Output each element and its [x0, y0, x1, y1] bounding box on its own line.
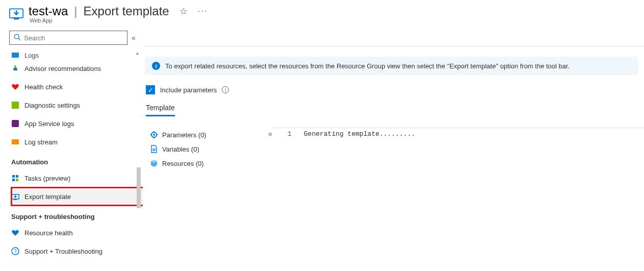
svg-rect-9	[12, 175, 15, 178]
sidebar-item-advisor[interactable]: Advisor recommendations	[9, 59, 143, 78]
resource-name: test-wa	[29, 4, 68, 18]
nav-label: Export template	[24, 193, 71, 201]
tree-item-resources[interactable]: Resources (0)	[150, 156, 268, 170]
svg-rect-11	[12, 179, 15, 181]
resource-health-icon	[11, 229, 19, 237]
tree-item-variables[interactable]: Variables (0)	[150, 142, 268, 156]
template-tree: Parameters (0) Variables (0) Resources (…	[143, 128, 268, 170]
tree-label: Parameters (0)	[162, 131, 207, 139]
svg-line-3	[18, 38, 20, 40]
nav-label: Diagnostic settings	[24, 102, 80, 109]
svg-point-2	[14, 34, 19, 39]
section-support: Support + troubleshooting	[9, 206, 143, 224]
nav-label: Log stream	[24, 138, 58, 146]
svg-rect-4	[12, 53, 19, 58]
nav-scroll: Logs Advisor recommendations Health chec…	[9, 50, 143, 264]
svg-rect-12	[16, 179, 18, 181]
checkbox-label: Include parameters	[160, 86, 217, 94]
tab-template[interactable]: Template	[146, 104, 175, 116]
tasks-icon	[11, 174, 19, 182]
favorite-star-icon[interactable]: ☆	[179, 6, 188, 17]
logs-icon	[11, 51, 19, 59]
line-number: 1	[272, 128, 298, 170]
collapse-sidebar-icon[interactable]: «	[132, 34, 136, 42]
help-info-icon[interactable]: i	[222, 86, 229, 93]
collapse-tree-icon[interactable]: «	[268, 130, 272, 170]
main-content: i To export related resources, select th…	[143, 27, 644, 269]
logstream-icon	[11, 138, 19, 146]
include-parameters-checkbox[interactable]: ✓	[146, 85, 155, 94]
tree-item-parameters[interactable]: Parameters (0)	[150, 128, 268, 142]
svg-rect-6	[12, 102, 19, 109]
nav-label: Resource health	[24, 229, 73, 237]
nav-label: Advisor recommendations	[24, 65, 101, 72]
nav-label: Tasks (preview)	[24, 175, 70, 182]
sidebar-item-resource-health[interactable]: Resource health	[9, 224, 143, 242]
diagnostic-icon	[11, 101, 19, 109]
title-divider: |	[74, 4, 77, 18]
code-line: Generating template.........	[298, 128, 415, 170]
webapp-icon	[9, 6, 23, 20]
more-actions-icon[interactable]: ···	[198, 7, 208, 16]
scroll-thumb[interactable]	[137, 167, 141, 208]
advisor-icon	[11, 64, 19, 72]
nav-label: Logs	[24, 52, 39, 59]
sidebar-item-support[interactable]: ? Support + Troubleshooting	[9, 242, 143, 260]
nav-label: Health check	[24, 83, 63, 91]
sidebar-item-export-template[interactable]: Export template	[9, 187, 143, 206]
info-icon: i	[152, 62, 160, 70]
svg-rect-7	[12, 120, 19, 127]
scroll-up-icon[interactable]: ▴	[136, 50, 139, 56]
svg-rect-8	[12, 139, 19, 144]
nav-label: Support + Troubleshooting	[24, 248, 102, 255]
info-text: To export related resources, select the …	[165, 62, 570, 70]
sidebar-item-appservice-logs[interactable]: App Service logs	[9, 114, 143, 133]
sidebar: « Logs Advisor recommendations Health ch…	[0, 27, 143, 269]
svg-rect-14	[14, 199, 17, 200]
sidebar-item-logstream[interactable]: Log stream	[9, 133, 143, 151]
parameters-icon	[150, 131, 158, 139]
page-title: Export template	[84, 4, 169, 18]
svg-point-18	[153, 134, 155, 136]
resource-type: Web App	[30, 17, 208, 23]
sidebar-item-logs[interactable]: Logs	[9, 50, 143, 59]
code-editor[interactable]: 1 Generating template.........	[272, 128, 644, 170]
page-header: test-wa | Export template ☆ ··· Web App	[0, 0, 644, 27]
svg-rect-1	[14, 18, 19, 20]
support-icon: ?	[11, 247, 19, 255]
tree-label: Resources (0)	[162, 160, 204, 167]
section-automation: Automation	[9, 151, 143, 169]
export-template-icon	[11, 192, 19, 201]
sidebar-item-tasks[interactable]: Tasks (preview)	[9, 169, 143, 187]
sidebar-item-health[interactable]: Health check	[9, 78, 143, 96]
nav-label: App Service logs	[24, 120, 74, 128]
search-icon	[14, 34, 21, 42]
health-icon	[11, 83, 19, 91]
variables-icon	[150, 145, 158, 153]
svg-text:?: ?	[14, 249, 17, 254]
sidebar-scrollbar[interactable]: ▴	[137, 50, 141, 264]
info-banner: i To export related resources, select th…	[145, 57, 638, 75]
search-box[interactable]	[9, 31, 127, 45]
resources-icon	[150, 159, 158, 167]
svg-point-5	[14, 65, 16, 67]
tree-label: Variables (0)	[162, 145, 199, 153]
search-input[interactable]	[24, 34, 123, 42]
sidebar-item-diagnostic[interactable]: Diagnostic settings	[9, 96, 143, 114]
svg-rect-10	[16, 175, 18, 178]
appservice-logs-icon	[11, 119, 19, 128]
